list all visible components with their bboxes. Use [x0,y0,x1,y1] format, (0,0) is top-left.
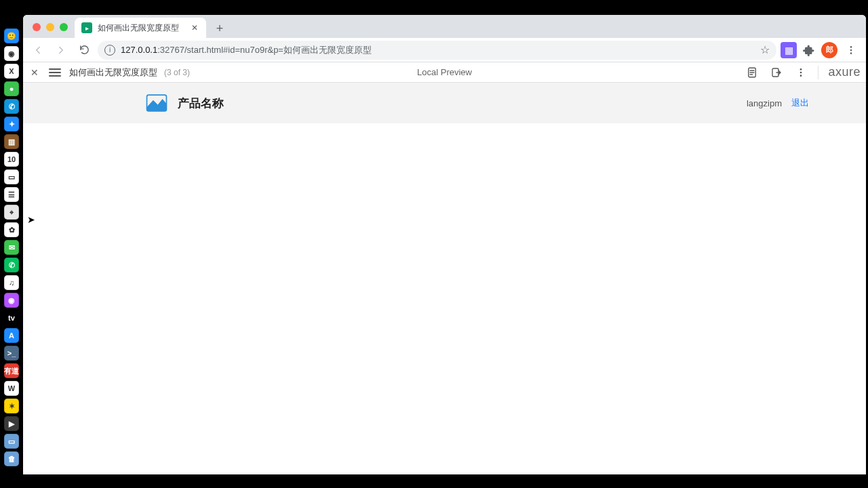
browser-tab[interactable]: ▸ 如何画出无限宽度原型 ✕ [75,18,206,38]
dock-photos-icon[interactable]: ✿ [4,222,19,237]
dock-butterfly-icon[interactable]: ✶ [4,399,19,413]
dock-contacts-icon[interactable]: ▥ [4,134,19,149]
share-icon [770,66,783,79]
kebab-icon [795,67,806,78]
tab-title: 如何画出无限宽度原型 [98,22,179,34]
axure-menu-button[interactable] [793,65,808,80]
product-name-label: 产品名称 [178,96,224,111]
dock-maps-icon[interactable]: ⌖ [4,205,19,220]
window-minimize-button[interactable] [46,23,54,31]
dock-wechat-icon[interactable]: ✆ [4,258,19,272]
panel-close-button[interactable]: ✕ [28,66,41,79]
svg-point-1 [850,49,852,51]
dock-messages-icon[interactable]: ✉ [4,240,19,255]
dock-wps-icon[interactable]: W [4,381,19,396]
nav-back-button[interactable] [28,41,47,60]
product-logo-icon [145,93,168,113]
mouse-cursor-icon: ➤ [27,214,35,225]
profile-avatar[interactable]: 郎 [821,42,837,58]
prototype-page: 产品名称 langzipm 退出 ➤ [23,83,866,474]
axure-logo: axure [818,66,861,79]
axure-page-name: 如何画出无限宽度原型 [69,66,157,79]
arrow-left-icon [32,44,44,56]
dock-axure-icon[interactable]: X [4,64,19,79]
window-close-button[interactable] [33,23,41,31]
browser-toolbar: i 127.0.0.1:32767/start.html#id=nu7o9r&p… [23,38,866,62]
nav-forward-button[interactable] [52,41,71,60]
svg-point-5 [800,68,802,70]
bookmark-star-icon[interactable]: ☆ [760,43,770,56]
user-block: langzipm 退出 [747,97,850,109]
new-tab-button[interactable]: + [210,19,229,38]
dock-music-icon[interactable]: ♫ [4,275,19,290]
svg-point-2 [850,52,852,54]
notes-icon [746,66,758,79]
site-info-icon[interactable]: i [104,45,115,56]
dock-finder-icon[interactable]: 🙂 [4,28,19,43]
window-controls [28,23,75,38]
dock-wechat-mini-icon[interactable]: ● [4,81,19,96]
arrow-right-icon [55,44,67,56]
user-name-label: langzipm [747,98,782,108]
axure-page-count: (3 of 3) [164,68,190,77]
dock-appstore-icon[interactable]: A [4,328,19,343]
dock-youdao-icon[interactable]: 有道 [4,363,19,378]
extension-1-icon[interactable]: ▦ [781,42,797,58]
dock-reminders-icon[interactable]: ☰ [4,187,19,202]
svg-point-6 [800,71,802,73]
panel-menu-button[interactable] [47,65,62,80]
logout-link[interactable]: 退出 [791,97,809,109]
notes-panel-button[interactable] [745,65,760,80]
share-button[interactable] [769,65,784,80]
dock-notes-icon[interactable]: ▭ [4,169,19,184]
address-bar[interactable]: i 127.0.0.1:32767/start.html#id=nu7o9r&p… [98,41,776,60]
extensions-puzzle-icon[interactable] [801,42,817,58]
chrome-menu-button[interactable] [842,41,861,60]
dock-dingtalk-icon[interactable]: ✆ [4,99,19,114]
tab-close-button[interactable]: ✕ [190,23,199,33]
window-zoom-button[interactable] [60,23,68,31]
dock-chrome-icon[interactable]: ◉ [4,46,19,61]
chrome-window: ▸ 如何画出无限宽度原型 ✕ + i 127.0.0.1:32767/start… [23,15,866,474]
kebab-icon [846,45,856,56]
hamburger-icon [49,68,61,77]
dock-appletv-icon[interactable]: tv [4,310,19,325]
axure-center-label: Local Preview [417,67,472,77]
tab-favicon-icon: ▸ [81,22,92,33]
dock-desktop-icon[interactable]: ▭ [4,434,19,449]
dock-podcasts-icon[interactable]: ◉ [4,293,19,308]
dock-trash-icon[interactable]: 🗑 [4,451,19,466]
dock-calendar-icon[interactable]: 10 [4,152,19,167]
reload-icon [79,44,90,56]
dock-videos-icon[interactable]: ▶ [4,416,19,431]
tab-strip: ▸ 如何画出无限宽度原型 ✕ + [23,15,866,38]
svg-point-7 [800,75,802,77]
macos-dock: 🙂◉X●✆✦▥10▭☰⌖✿✉✆♫◉tvA>_有道W✶▶▭🗑 [3,27,20,468]
axure-preview-bar: ✕ 如何画出无限宽度原型 (3 of 3) Local Preview axur… [23,62,866,83]
svg-point-0 [850,46,852,48]
url-text: 127.0.0.1:32767/start.html#id=nu7o9r&p=如… [121,44,372,56]
dock-terminal-icon[interactable]: >_ [4,346,19,361]
nav-reload-button[interactable] [75,41,94,60]
dock-safari-icon[interactable]: ✦ [4,117,19,131]
page-header: 产品名称 langzipm 退出 [23,83,866,123]
